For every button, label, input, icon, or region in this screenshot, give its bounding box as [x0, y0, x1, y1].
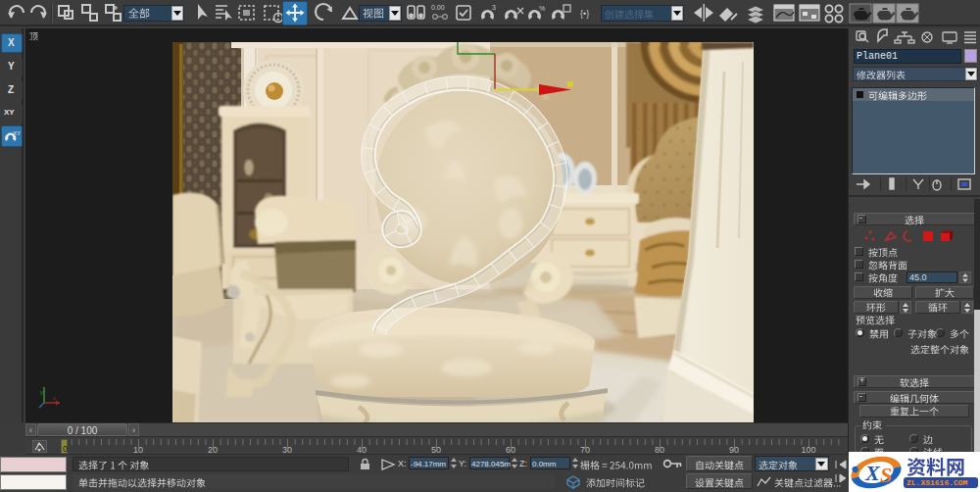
svg-text:X: X [864, 461, 881, 485]
svg-text:S: S [880, 463, 892, 487]
svg-text:60: 60 [506, 445, 515, 455]
svg-text:90: 90 [729, 445, 739, 455]
svg-text:{•}: {•} [580, 9, 589, 19]
svg-text:0.00: 0.00 [431, 4, 445, 11]
svg-text:40: 40 [357, 445, 367, 455]
svg-text:80: 80 [655, 445, 664, 455]
svg-text:y: y [40, 389, 43, 395]
svg-text:%: % [539, 5, 545, 12]
svg-text:30: 30 [282, 445, 292, 455]
svg-text:100: 100 [801, 445, 815, 455]
svg-text:x: x [53, 395, 56, 401]
svg-text:10: 10 [133, 445, 143, 455]
svg-text:20: 20 [208, 445, 218, 455]
svg-text:50: 50 [431, 445, 441, 455]
svg-text:70: 70 [580, 445, 590, 455]
svg-text:XY: XY [13, 130, 21, 136]
svg-text:3: 3 [492, 4, 496, 11]
